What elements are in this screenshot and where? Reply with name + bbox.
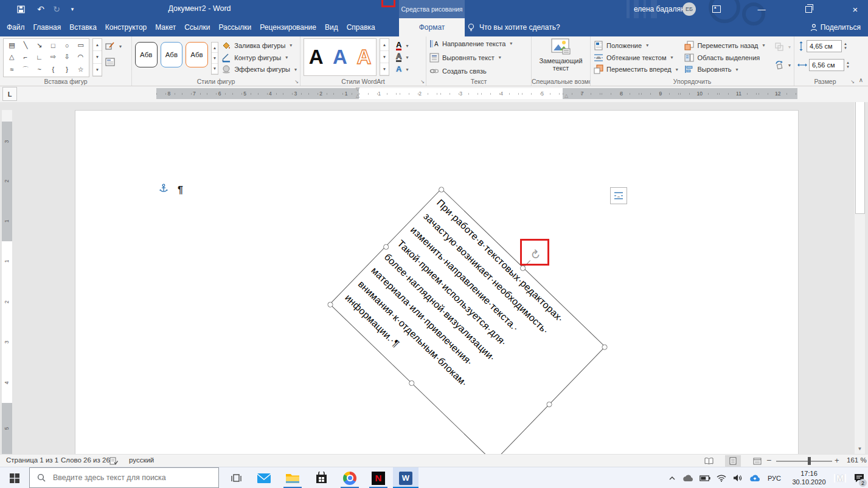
wordart-gallery[interactable]: A A A <box>304 38 377 76</box>
alt-text-button[interactable]: Замещающий текст <box>535 38 586 77</box>
page-count[interactable]: Страница 1 из 1 <box>6 456 58 464</box>
bring-forward-button[interactable]: Переместить вперед <box>594 63 679 75</box>
text-fill-button[interactable]: A <box>396 40 408 52</box>
shapes-gallery-scroll[interactable]: ▲▼▼ <box>92 38 102 77</box>
shape-style-preview-black[interactable]: Абв <box>135 42 158 67</box>
shape-icon-3[interactable]: □ <box>46 40 60 51</box>
position-button[interactable]: Положение <box>594 40 679 52</box>
wordart-style-orange[interactable]: A <box>356 40 371 75</box>
tab-3[interactable]: Конструктор <box>101 23 151 32</box>
search-input[interactable] <box>52 473 200 483</box>
edit-shape-button[interactable] <box>105 40 122 52</box>
text-box-content[interactable]: При·работе·в·текстовых·редакторах·зачаст… <box>340 194 601 453</box>
wrap-text-button[interactable]: Обтекание текстом <box>594 52 679 64</box>
height-input[interactable]: 4,65 см <box>807 40 842 52</box>
mail-app-icon[interactable] <box>252 467 276 488</box>
send-backward-button[interactable]: Переместить назад <box>684 40 769 52</box>
shape-effects-button[interactable]: Эффекты фигуры <box>221 63 297 75</box>
store-app-icon[interactable] <box>309 467 333 488</box>
document-page[interactable]: ¶ При·работе·в·текстовых·редакторах·зача… <box>75 110 799 454</box>
web-layout-icon[interactable] <box>749 455 765 467</box>
clock[interactable]: 17:16 30.10.2020 <box>788 469 830 486</box>
close-icon[interactable]: × <box>843 0 867 18</box>
onedrive-icon[interactable] <box>680 467 696 488</box>
width-input[interactable]: 6,56 см <box>809 59 844 71</box>
rotated-text-box[interactable]: При·работе·в·текстовых·редакторах·зачаст… <box>330 188 606 454</box>
tell-me-box[interactable]: Что вы хотите сделать? <box>467 18 560 36</box>
text-effects-button[interactable]: A <box>396 64 408 75</box>
wifi-icon[interactable] <box>714 467 729 488</box>
shape-icon-7[interactable]: ⌐ <box>19 51 33 63</box>
shape-icon-13[interactable]: ⌒ <box>19 63 33 76</box>
shape-styles-scroll[interactable]: ▲▼▼ <box>211 42 219 75</box>
first-line-indent-marker[interactable]: ▽ <box>356 86 359 92</box>
tab-1[interactable]: Главная <box>29 23 66 32</box>
tab-7[interactable]: Рецензирование <box>255 23 321 32</box>
tab-0[interactable]: Файл <box>2 23 29 32</box>
shape-icon-4[interactable]: ○ <box>60 40 74 51</box>
selection-pane-button[interactable]: Область выделения <box>684 52 769 64</box>
zoom-slider-thumb[interactable] <box>808 457 811 465</box>
tab-6[interactable]: Рассылки <box>214 23 255 32</box>
create-link-button[interactable]: Создать связь <box>429 66 528 77</box>
battery-icon[interactable] <box>697 467 713 488</box>
zoom-slider-track[interactable] <box>776 461 832 462</box>
minimize-icon[interactable]: — <box>749 0 774 18</box>
tab-format-active[interactable]: Формат <box>399 18 465 36</box>
handle-left-corner[interactable] <box>327 300 335 308</box>
right-indent-marker[interactable]: △ <box>564 93 568 98</box>
draw-text-box-button[interactable] <box>105 56 122 68</box>
shape-style-preview-orange[interactable]: Абв <box>186 42 208 67</box>
taskbar-search[interactable] <box>29 467 219 488</box>
shape-icon-2[interactable]: ↘ <box>32 40 46 51</box>
text-outline-button[interactable]: A <box>396 52 408 63</box>
start-button[interactable] <box>0 467 29 488</box>
handle-bottom-edge[interactable] <box>408 379 416 387</box>
width-spinner[interactable]: ▲▼ <box>846 61 850 69</box>
shape-style-preview-blue[interactable]: Абв <box>161 42 183 67</box>
shape-icon-1[interactable]: ╲ <box>19 40 33 51</box>
shape-icon-5[interactable]: ▭ <box>74 40 88 51</box>
language-indicator[interactable]: русский <box>129 456 154 464</box>
word-count[interactable]: Слово 26 из 26 <box>61 456 110 464</box>
wordart-style-black[interactable]: A <box>309 40 324 75</box>
layout-options-button[interactable] <box>610 187 627 204</box>
account-name[interactable]: елена бадалян <box>634 5 685 13</box>
proofing-icon[interactable] <box>109 457 118 465</box>
language-tray-indicator[interactable]: РУС <box>763 467 786 488</box>
ribbon-display-options-icon[interactable] <box>704 0 729 18</box>
zoom-out-icon[interactable]: − <box>766 455 771 465</box>
avatar[interactable]: ЕБ <box>682 2 696 16</box>
rotate-objects-button[interactable] <box>774 59 791 71</box>
hanging-indent-marker[interactable]: △ <box>356 93 359 98</box>
netflix-app-icon[interactable]: N <box>366 467 391 488</box>
group-objects-button[interactable] <box>774 41 791 53</box>
handle-top-corner[interactable] <box>437 185 445 193</box>
task-view-button[interactable] <box>224 467 248 488</box>
handle-left-edge[interactable] <box>382 243 390 251</box>
tab-9[interactable]: Справка <box>342 23 380 32</box>
cloud-sync-icon[interactable] <box>747 467 763 488</box>
tray-expand-icon[interactable] <box>665 467 679 488</box>
collapse-ribbon-icon[interactable]: ∧ <box>859 77 863 83</box>
share-button[interactable]: Поделиться <box>810 18 861 36</box>
height-spinner[interactable]: ▲▼ <box>844 42 847 50</box>
shape-fill-button[interactable]: Заливка фигуры <box>221 40 297 52</box>
shape-icon-9[interactable]: ⇨ <box>46 51 60 63</box>
shape-icon-17[interactable]: ☆ <box>74 63 88 76</box>
align-objects-button[interactable]: Выровнять <box>684 63 769 75</box>
zoom-in-icon[interactable]: + <box>835 456 839 465</box>
shape-icon-14[interactable]: ~ <box>32 63 46 76</box>
shape-icon-10[interactable]: ⇩ <box>60 51 74 63</box>
read-mode-icon[interactable] <box>701 455 717 467</box>
file-explorer-icon[interactable] <box>280 467 305 488</box>
shapes-gallery[interactable]: ▤╲↘□○▭△⌐∟⇨⇩◠≈⌒~{}☆ <box>3 38 89 77</box>
volume-icon[interactable] <box>730 467 746 488</box>
shape-icon-6[interactable]: △ <box>5 51 19 63</box>
word-app-icon[interactable]: W <box>393 467 418 488</box>
text-direction-button[interactable]: А Направление текста <box>429 38 528 49</box>
restore-icon[interactable] <box>796 0 821 18</box>
tab-4[interactable]: Макет <box>151 23 180 32</box>
shape-icon-8[interactable]: ∟ <box>32 51 46 63</box>
chrome-app-icon[interactable] <box>338 467 362 488</box>
